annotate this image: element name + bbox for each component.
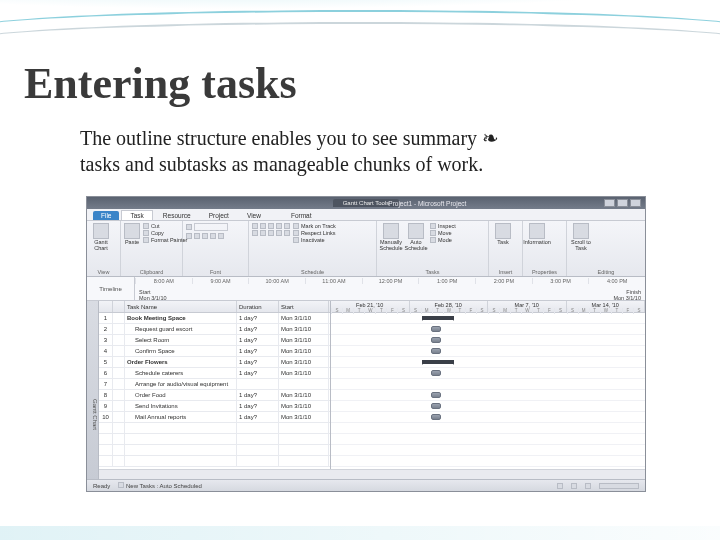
mark-on-track-button[interactable]: Mark on Track [293, 223, 336, 229]
table-row[interactable]: 10Mail Annual reports1 day?Mon 3/1/10 [99, 412, 330, 423]
col-task-name[interactable]: Task Name [125, 301, 237, 312]
cell-indicator[interactable] [113, 346, 125, 356]
cell-indicator[interactable] [113, 445, 125, 455]
gantt-week-header[interactable]: Feb 28, '10SMTWTFS [410, 301, 489, 312]
task-table[interactable]: Task Name Duration Start 1Book Meeting S… [99, 301, 331, 479]
scroll-to-task-button[interactable]: Scroll to Task [570, 223, 592, 251]
gantt-chart-button[interactable]: Gantt Chart [90, 223, 112, 251]
cell-task-name[interactable]: Select Room [125, 335, 237, 345]
task-bar[interactable] [431, 337, 441, 343]
tab-resource[interactable]: Resource [155, 211, 199, 220]
tab-task[interactable]: Task [121, 210, 152, 220]
view-shortcut-1[interactable] [557, 483, 563, 489]
cell-id[interactable]: 2 [99, 324, 113, 334]
cell-task-name[interactable]: Mail Annual reports [125, 412, 237, 422]
col-start[interactable]: Start [279, 301, 329, 312]
cell-id[interactable] [99, 456, 113, 466]
cell-duration[interactable] [237, 423, 279, 433]
cell-start[interactable] [279, 445, 329, 455]
font-color-button[interactable] [210, 233, 216, 239]
gantt-week-header[interactable]: Feb 21, '10SMTWTFS [331, 301, 410, 312]
cell-id[interactable]: 4 [99, 346, 113, 356]
cell-indicator[interactable] [113, 324, 125, 334]
table-row[interactable]: 8Order Food1 day?Mon 3/1/10 [99, 390, 330, 401]
cell-id[interactable]: 7 [99, 379, 113, 389]
link-button[interactable] [268, 230, 274, 236]
cell-duration[interactable]: 1 day? [237, 346, 279, 356]
cell-task-name[interactable]: Send Invitations [125, 401, 237, 411]
underline-button[interactable] [202, 233, 208, 239]
gantt-row[interactable] [331, 324, 645, 335]
cell-duration[interactable]: 1 day? [237, 412, 279, 422]
col-indicator[interactable] [113, 301, 125, 312]
cell-duration[interactable]: 1 day? [237, 313, 279, 323]
table-row[interactable]: 1Book Meeting Space1 day?Mon 3/1/10 [99, 313, 330, 324]
cell-indicator[interactable] [113, 423, 125, 433]
cell-id[interactable] [99, 445, 113, 455]
cell-id[interactable]: 8 [99, 390, 113, 400]
information-button[interactable]: Information [526, 223, 548, 246]
gantt-row[interactable] [331, 390, 645, 401]
cell-task-name[interactable]: Arrange for audio/visual equipment [125, 379, 237, 389]
pct75-button[interactable] [276, 223, 282, 229]
cell-start[interactable] [279, 423, 329, 433]
view-shortcut-3[interactable] [585, 483, 591, 489]
cell-task-name[interactable] [125, 423, 237, 433]
gantt-row[interactable] [331, 456, 645, 467]
cell-task-name[interactable] [125, 456, 237, 466]
font-select[interactable] [186, 223, 228, 231]
format-painter-button[interactable]: Format Painter [143, 237, 187, 243]
cell-id[interactable]: 9 [99, 401, 113, 411]
tab-format[interactable]: Format [283, 211, 320, 220]
cell-id[interactable]: 10 [99, 412, 113, 422]
cell-duration[interactable] [237, 456, 279, 466]
cell-task-name[interactable]: Order Food [125, 390, 237, 400]
cell-start[interactable]: Mon 3/1/10 [279, 401, 329, 411]
gantt-chart[interactable]: Feb 21, '10SMTWTFSFeb 28, '10SMTWTFSMar … [331, 301, 645, 479]
cell-start[interactable]: Mon 3/1/10 [279, 390, 329, 400]
cell-duration[interactable]: 1 day? [237, 368, 279, 378]
tab-project[interactable]: Project [201, 211, 237, 220]
task-bar[interactable] [431, 326, 441, 332]
split-button[interactable] [284, 230, 290, 236]
cell-id[interactable]: 1 [99, 313, 113, 323]
cell-duration[interactable] [237, 379, 279, 389]
cell-indicator[interactable] [113, 313, 125, 323]
table-row[interactable] [99, 423, 330, 434]
tab-view[interactable]: View [239, 211, 269, 220]
inactivate-button[interactable]: Inactivate [293, 237, 336, 243]
cell-indicator[interactable] [113, 390, 125, 400]
manual-schedule-button[interactable]: Manually Schedule [380, 223, 402, 251]
cell-id[interactable] [99, 434, 113, 444]
insert-task-button[interactable]: Task [492, 223, 514, 246]
outdent-button[interactable] [252, 230, 258, 236]
summary-bar[interactable] [423, 316, 453, 320]
indent-button[interactable] [260, 230, 266, 236]
col-id[interactable] [99, 301, 113, 312]
gantt-row[interactable] [331, 357, 645, 368]
fill-color-button[interactable] [218, 233, 224, 239]
pct25-button[interactable] [260, 223, 266, 229]
maximize-button[interactable] [617, 199, 628, 207]
cell-duration[interactable]: 1 day? [237, 324, 279, 334]
bold-button[interactable] [186, 233, 192, 239]
gantt-row[interactable] [331, 346, 645, 357]
summary-bar[interactable] [423, 360, 453, 364]
gantt-row[interactable] [331, 412, 645, 423]
cell-indicator[interactable] [113, 434, 125, 444]
cell-indicator[interactable] [113, 335, 125, 345]
move-button[interactable]: Move [430, 230, 456, 236]
respect-links-button[interactable]: Respect Links [293, 230, 336, 236]
task-bar[interactable] [431, 414, 441, 420]
italic-button[interactable] [194, 233, 200, 239]
gantt-row[interactable] [331, 434, 645, 445]
cell-start[interactable] [279, 456, 329, 466]
cell-start[interactable]: Mon 3/1/10 [279, 357, 329, 367]
cell-duration[interactable] [237, 445, 279, 455]
gantt-row[interactable] [331, 401, 645, 412]
table-row[interactable]: 9Send Invitations1 day?Mon 3/1/10 [99, 401, 330, 412]
cell-task-name[interactable]: Order Flowers [125, 357, 237, 367]
cell-start[interactable]: Mon 3/1/10 [279, 346, 329, 356]
cell-task-name[interactable] [125, 445, 237, 455]
cell-id[interactable] [99, 423, 113, 433]
